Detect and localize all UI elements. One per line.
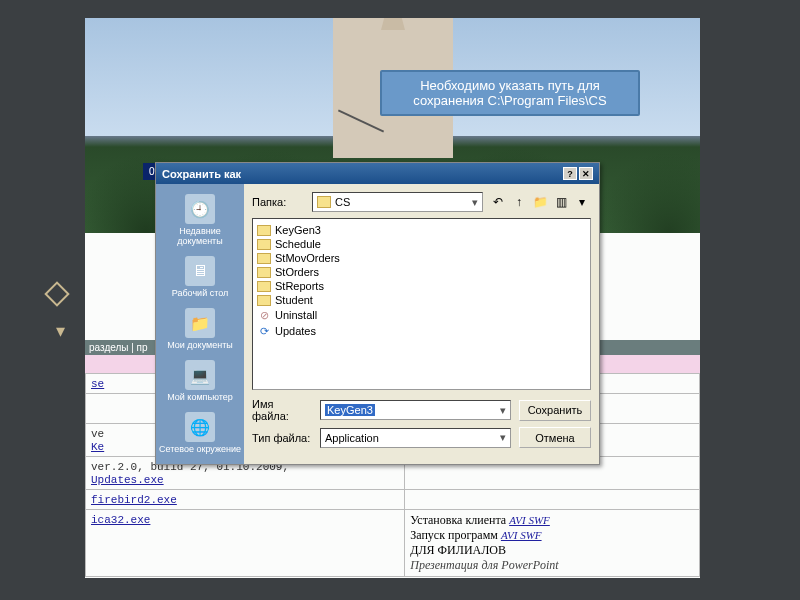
filename-value: KeyGen3	[325, 404, 375, 416]
link[interactable]: Ke	[91, 441, 104, 453]
folder-icon	[257, 253, 271, 264]
file-item[interactable]: Schedule	[257, 237, 586, 251]
toolbar-icon[interactable]: ↑	[510, 193, 528, 211]
places-bar: 🕘Недавние документы🖥Рабочий стол📁Мои док…	[156, 184, 244, 464]
filetype-value: Application	[325, 432, 379, 444]
file-name: StReports	[275, 280, 324, 292]
place-label: Сетевое окружение	[159, 444, 241, 454]
place-item[interactable]: 💻Мой компьютер	[156, 356, 244, 406]
firebird-link[interactable]: firebird2.exe	[91, 494, 177, 506]
folder-icon	[257, 267, 271, 278]
link[interactable]: se	[91, 378, 104, 390]
file-name: StOrders	[275, 266, 319, 278]
filetype-label: Тип файла:	[252, 432, 312, 444]
dialog-title: Сохранить как	[162, 168, 241, 180]
folder-icon	[257, 239, 271, 250]
file-item[interactable]: KeyGen3	[257, 223, 586, 237]
file-name: KeyGen3	[275, 224, 321, 236]
file-name: Schedule	[275, 238, 321, 250]
file-item[interactable]: ⊘Uninstall	[257, 307, 586, 323]
toolbar-icon[interactable]: ▥	[552, 193, 570, 211]
chevron-down-icon: ▾	[500, 431, 506, 444]
toolbar-icon[interactable]: 📁	[531, 193, 549, 211]
file-item[interactable]: Student	[257, 293, 586, 307]
place-label: Мои документы	[167, 340, 233, 350]
folder-value: CS	[335, 196, 350, 208]
ica-link[interactable]: ica32.exe	[91, 514, 150, 526]
folder-label: Папка:	[252, 196, 306, 208]
file-list[interactable]: KeyGen3ScheduleStMovOrdersStOrdersStRepo…	[252, 218, 591, 390]
chevron-down-icon: ▾	[500, 404, 506, 417]
dialog-toolbar: ↶↑📁▥▾	[489, 193, 591, 211]
filename-label: Имя файла:	[252, 398, 312, 422]
folder-icon	[317, 196, 331, 208]
toolbar-icon[interactable]: ↶	[489, 193, 507, 211]
info-line: Презентация для PowerPoint	[410, 558, 694, 573]
file-name: Uninstall	[275, 309, 317, 321]
close-button[interactable]: ✕	[579, 167, 593, 180]
file-name: StMovOrders	[275, 252, 340, 264]
chevron-down-icon: ▾	[472, 196, 478, 209]
place-label: Мой компьютер	[167, 392, 233, 402]
file-item[interactable]: ⟳Updates	[257, 323, 586, 339]
link[interactable]: AVI SWF	[509, 514, 550, 526]
info-line: ДЛЯ ФИЛИАЛОВ	[410, 543, 694, 558]
update-icon: ⟳	[257, 324, 271, 338]
file-name: Updates	[275, 325, 316, 337]
instruction-callout: Необходимо указать путь для сохранения C…	[380, 70, 640, 116]
help-button[interactable]: ?	[563, 167, 577, 180]
dialog-titlebar[interactable]: Сохранить как ? ✕	[156, 163, 599, 184]
filename-input[interactable]: KeyGen3 ▾	[320, 400, 511, 420]
file-item[interactable]: StMovOrders	[257, 251, 586, 265]
folder-icon	[257, 281, 271, 292]
place-item[interactable]: 📁Мои документы	[156, 304, 244, 354]
info-line: Запуск программ AVI SWF	[410, 528, 694, 543]
place-label: Рабочий стол	[172, 288, 229, 298]
slide-bullet-icon	[44, 281, 69, 306]
place-icon: 📁	[185, 308, 215, 338]
place-item[interactable]: 🕘Недавние документы	[156, 190, 244, 250]
place-item[interactable]: 🖥Рабочий стол	[156, 252, 244, 302]
folder-icon	[257, 295, 271, 306]
save-as-dialog: Сохранить как ? ✕ 🕘Недавние документы🖥Ра…	[155, 162, 600, 465]
file-name: Student	[275, 294, 313, 306]
text: ve	[91, 428, 104, 440]
updates-link[interactable]: Updates.exe	[91, 474, 164, 486]
cancel-button[interactable]: Отмена	[519, 427, 591, 448]
place-icon: 🖥	[185, 256, 215, 286]
file-item[interactable]: StReports	[257, 279, 586, 293]
place-label: Недавние документы	[158, 226, 242, 246]
place-icon: 🌐	[185, 412, 215, 442]
place-icon: 💻	[185, 360, 215, 390]
folder-dropdown[interactable]: CS ▾	[312, 192, 483, 212]
folder-icon	[257, 225, 271, 236]
save-button[interactable]: Сохранить	[519, 400, 591, 421]
place-item[interactable]: 🌐Сетевое окружение	[156, 408, 244, 458]
toolbar-icon[interactable]: ▾	[573, 193, 591, 211]
filetype-dropdown[interactable]: Application ▾	[320, 428, 511, 448]
place-icon: 🕘	[185, 194, 215, 224]
uninstall-icon: ⊘	[257, 308, 271, 322]
info-line: Установка клиента AVI SWF	[410, 513, 694, 528]
file-item[interactable]: StOrders	[257, 265, 586, 279]
link[interactable]: AVI SWF	[501, 529, 542, 541]
slide-dropdown-icon: ▾	[56, 320, 65, 342]
